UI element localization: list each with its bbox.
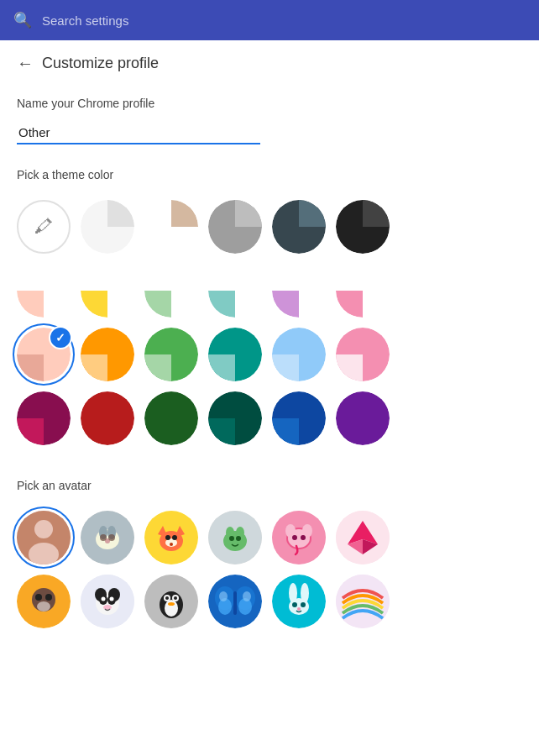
color-dark-navy[interactable] xyxy=(272,391,326,445)
svg-point-92 xyxy=(289,583,297,603)
avatar-butterfly[interactable] xyxy=(208,575,262,628)
avatar-monkey[interactable] xyxy=(17,575,71,628)
name-section-label: Name your Chrome profile xyxy=(17,97,522,110)
svg-point-52 xyxy=(292,535,297,540)
color-beige-white[interactable] xyxy=(144,200,198,254)
search-input[interactable] xyxy=(42,13,526,28)
svg-point-80 xyxy=(174,596,177,600)
color-pink-mid[interactable] xyxy=(336,328,390,381)
avatar-origami-bird[interactable] xyxy=(336,511,390,564)
svg-point-40 xyxy=(170,543,173,546)
app-header: 🔍 xyxy=(0,0,539,40)
page-content: ← Customize profile Name your Chrome pro… xyxy=(0,40,539,665)
avatar-fox[interactable] xyxy=(144,511,198,564)
svg-point-88 xyxy=(219,591,228,601)
color-dark-red[interactable] xyxy=(81,391,134,445)
avatar-penguin[interactable] xyxy=(144,575,198,628)
color-peach-selected[interactable] xyxy=(17,328,71,381)
svg-point-79 xyxy=(165,596,169,600)
svg-point-72 xyxy=(110,597,114,601)
avatar-dragon[interactable] xyxy=(208,511,262,564)
svg-point-96 xyxy=(297,607,301,611)
svg-point-38 xyxy=(165,535,170,540)
avatar-rabbit[interactable] xyxy=(272,575,326,628)
svg-point-39 xyxy=(172,535,177,540)
color-yellow-white[interactable] xyxy=(81,264,134,318)
svg-point-71 xyxy=(102,597,106,601)
color-teal-mid[interactable] xyxy=(208,328,262,381)
svg-point-31 xyxy=(100,534,107,541)
avatar-elephant[interactable] xyxy=(272,511,326,564)
svg-point-24 xyxy=(34,520,53,538)
color-dark-teal2[interactable] xyxy=(208,391,262,445)
color-orange[interactable] xyxy=(81,328,134,381)
page-title: Customize profile xyxy=(42,55,159,72)
avatar-panda[interactable] xyxy=(81,575,134,628)
back-arrow-icon: ← xyxy=(17,54,34,73)
svg-point-32 xyxy=(108,534,115,541)
color-green-mid[interactable] xyxy=(144,328,198,381)
svg-point-61 xyxy=(35,594,42,601)
svg-rect-87 xyxy=(233,591,237,615)
color-grid: 🖍 xyxy=(17,193,522,452)
color-pink-light[interactable] xyxy=(336,264,390,318)
color-blue-lavender[interactable] xyxy=(272,328,326,381)
theme-section-label: Pick a theme color xyxy=(17,168,522,181)
color-dark-purple[interactable] xyxy=(336,391,390,445)
svg-point-18 xyxy=(81,391,134,445)
svg-point-89 xyxy=(243,591,251,601)
avatar-section: Pick an avatar xyxy=(17,479,522,635)
color-gray[interactable] xyxy=(208,200,262,254)
color-black[interactable] xyxy=(336,200,390,254)
color-green-light[interactable] xyxy=(144,264,198,318)
svg-point-45 xyxy=(229,536,234,541)
svg-point-60 xyxy=(37,601,50,612)
profile-name-input[interactable] xyxy=(17,122,260,144)
color-custom[interactable]: 🖍 xyxy=(17,200,71,254)
color-peach-light[interactable] xyxy=(17,264,71,318)
svg-point-95 xyxy=(301,602,306,607)
svg-point-93 xyxy=(301,583,309,603)
avatar-grid xyxy=(17,504,522,635)
color-teal-light[interactable] xyxy=(208,264,262,318)
svg-point-81 xyxy=(168,602,175,606)
theme-color-section: Pick a theme color 🖍 xyxy=(17,168,522,452)
svg-point-46 xyxy=(236,536,241,541)
svg-point-22 xyxy=(336,391,390,445)
avatar-section-label: Pick an avatar xyxy=(17,479,522,492)
svg-point-19 xyxy=(144,391,198,445)
color-maroon[interactable] xyxy=(17,391,71,445)
search-icon: 🔍 xyxy=(13,11,32,29)
svg-point-94 xyxy=(292,602,297,607)
avatar-cat[interactable] xyxy=(81,511,134,564)
back-nav[interactable]: ← Customize profile xyxy=(17,54,522,73)
avatar-person[interactable] xyxy=(17,511,71,564)
color-white-gray[interactable] xyxy=(81,200,134,254)
svg-point-73 xyxy=(103,605,112,610)
svg-point-62 xyxy=(45,594,52,601)
color-lavender[interactable] xyxy=(272,264,326,318)
name-section: Name your Chrome profile xyxy=(17,97,522,144)
avatar-unicorn[interactable] xyxy=(336,575,390,628)
color-dark-teal[interactable] xyxy=(272,200,326,254)
svg-point-53 xyxy=(301,535,306,540)
color-dark-green[interactable] xyxy=(144,391,198,445)
